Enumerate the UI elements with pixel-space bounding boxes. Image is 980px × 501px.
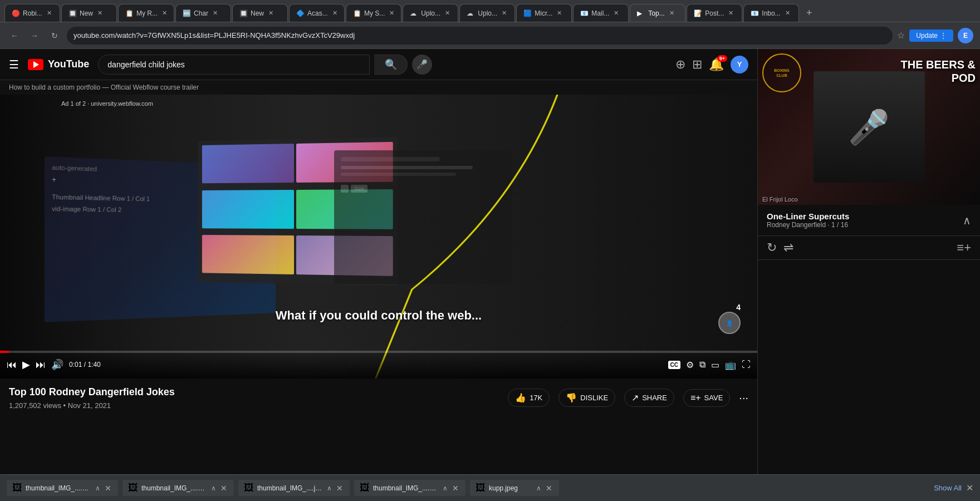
forward-button[interactable]: → — [27, 28, 42, 43]
tab-post[interactable]: 📝 Post... ✕ — [687, 4, 742, 22]
download-filename: thumbnail_IMG_....jpeg — [257, 484, 324, 492]
tab-close[interactable]: ✕ — [213, 9, 218, 17]
tab-close[interactable]: ✕ — [445, 9, 450, 17]
tab-label: Uplo... — [478, 9, 497, 17]
progress-bar[interactable] — [0, 351, 757, 353]
play-button[interactable]: ▶ — [22, 358, 30, 371]
theater-button[interactable]: ▭ — [711, 360, 719, 370]
tab-label: Post... — [705, 9, 724, 17]
tab-close[interactable]: ✕ — [785, 9, 790, 17]
notifications-button[interactable]: 🔔 9+ — [709, 57, 724, 72]
download-chevron-icon[interactable]: ∧ — [211, 484, 216, 492]
tab-mys[interactable]: 📋 My S... ✕ — [346, 4, 401, 22]
tab-label: My S... — [364, 9, 385, 17]
video-container[interactable]: auto-generated + Thumbnail Headline Row … — [0, 95, 757, 379]
miniplayer-button[interactable]: ⧉ — [699, 360, 705, 370]
playlist-add-button[interactable]: ≡+ — [957, 240, 971, 255]
settings-button[interactable]: ⚙ — [686, 360, 694, 370]
download-item-3[interactable]: 🖼 thumbnail_IMG_....jpeg ∧ ✕ — [238, 480, 350, 496]
download-chevron-icon[interactable]: ∧ — [95, 484, 100, 492]
download-close-button[interactable]: ✕ — [335, 483, 344, 494]
more-options-button[interactable]: ··· — [739, 391, 748, 404]
address-actions: ☆ Update ⋮ E — [897, 28, 973, 43]
share-button[interactable]: ↗ SHARE — [624, 389, 674, 407]
profile-icon[interactable]: E — [958, 28, 973, 43]
tab-close[interactable]: ✕ — [557, 9, 562, 17]
tab-uplo2[interactable]: ☁ Uplo... ✕ — [459, 4, 515, 22]
tab-uplo1[interactable]: ☁ Uplo... ✕ — [403, 4, 458, 22]
tab-close[interactable]: ✕ — [389, 9, 394, 17]
url-bar[interactable]: youtube.com/watch?v=7GfWXN5Lp1s&list=PLJ… — [67, 27, 893, 45]
tab-robi[interactable]: 🔴 Robi... ✕ — [4, 4, 60, 22]
tab-close[interactable]: ✕ — [669, 9, 674, 17]
tab-close[interactable]: ✕ — [97, 9, 102, 17]
downloads-bar: 🖼 thumbnail_IMG_....png ∧ ✕ 🖼 thumbnail_… — [0, 474, 980, 501]
tab-favicon: ▶ — [637, 9, 645, 17]
new-tab-button[interactable]: + — [800, 4, 818, 22]
youtube-logo-icon — [28, 59, 43, 70]
back-button[interactable]: ← — [7, 28, 22, 43]
next-button[interactable]: ⏭ — [36, 359, 46, 371]
show-name-line2: POD — [901, 71, 976, 85]
tab-favicon: 📋 — [353, 9, 361, 17]
cc-button[interactable]: CC — [668, 361, 680, 369]
tab-close[interactable]: ✕ — [268, 9, 273, 17]
playlist-controls: ↻ ⇌ ≡+ — [758, 236, 980, 260]
download-close-button[interactable]: ✕ — [545, 483, 553, 494]
search-input[interactable] — [98, 55, 370, 75]
playlist-loop-button[interactable]: ↻ — [767, 240, 777, 255]
mute-button[interactable]: 🔊 — [51, 358, 63, 371]
tab-close[interactable]: ✕ — [728, 9, 733, 17]
playlist-panel: BOXINGCLUB 🎤 THE BEERS & POD El Frijol L… — [757, 49, 980, 501]
user-avatar[interactable]: Y — [731, 56, 748, 73]
tab-micr[interactable]: 🟦 Micr... ✕ — [516, 4, 572, 22]
download-chevron-icon[interactable]: ∧ — [327, 484, 332, 492]
download-chevron-icon[interactable]: ∧ — [536, 484, 541, 492]
previous-button[interactable]: ⏮ — [7, 359, 17, 371]
reload-button[interactable]: ↻ — [47, 28, 62, 43]
download-close-button[interactable]: ✕ — [451, 483, 460, 494]
youtube-logo[interactable]: YouTube — [28, 58, 89, 70]
create-button[interactable]: ⊕ — [675, 57, 685, 72]
download-item-4[interactable]: 🖼 thumbnail_IMG_....png ∧ ✕ — [354, 480, 465, 496]
tab-close[interactable]: ✕ — [502, 9, 507, 17]
tab-new2[interactable]: 🔲 New ✕ — [232, 4, 288, 22]
voice-search-button[interactable]: 🎤 — [412, 55, 432, 75]
download-item-5[interactable]: 🖼 kupp.jpeg ∧ ✕ — [470, 480, 559, 496]
update-button[interactable]: Update ⋮ — [909, 30, 953, 42]
tab-myr[interactable]: 📋 My R... ✕ — [118, 4, 174, 22]
like-button[interactable]: 👍 17K — [508, 389, 550, 407]
tab-top-active[interactable]: ▶ Top... ✕ — [630, 4, 685, 22]
collapse-button[interactable]: ∧ — [963, 214, 971, 227]
tab-char[interactable]: 🔤 Char ✕ — [175, 4, 231, 22]
download-close-button[interactable]: ✕ — [104, 483, 112, 494]
bookmark-icon[interactable]: ☆ — [897, 30, 905, 41]
menu-icon[interactable]: ☰ — [9, 58, 19, 71]
apps-button[interactable]: ⊞ — [692, 57, 702, 72]
tab-close[interactable]: ✕ — [47, 9, 52, 17]
search-button[interactable]: 🔍 — [374, 55, 408, 75]
tab-label: Micr... — [535, 9, 552, 17]
playlist-shuffle-button[interactable]: ⇌ — [783, 240, 793, 255]
tab-label: New — [251, 9, 264, 17]
tab-acas[interactable]: 🔷 Acas... ✕ — [289, 4, 345, 22]
tab-close[interactable]: ✕ — [332, 9, 337, 17]
tab-close[interactable]: ✕ — [162, 9, 167, 17]
tab-mail[interactable]: 📧 Mail... ✕ — [573, 4, 629, 22]
cast-button[interactable]: 📺 — [725, 360, 736, 370]
dislike-button[interactable]: 👎 DISLIKE — [558, 389, 615, 407]
save-button[interactable]: ≡+ SAVE — [683, 389, 730, 407]
fullscreen-button[interactable]: ⛶ — [742, 360, 751, 370]
download-close-button[interactable]: ✕ — [219, 483, 228, 494]
tab-close[interactable]: ✕ — [614, 9, 619, 17]
download-chevron-icon[interactable]: ∧ — [443, 484, 448, 492]
tab-label: Mail... — [591, 9, 609, 17]
tab-new1[interactable]: 🔲 New ✕ — [61, 4, 117, 22]
show-all-downloads-button[interactable]: Show All — [934, 484, 962, 492]
overlay-text: THE BEERS & POD — [901, 58, 976, 85]
downloads-bar-close-button[interactable]: ✕ — [966, 483, 973, 493]
tab-favicon: 🔴 — [12, 9, 19, 17]
download-item-2[interactable]: 🖼 thumbnail_IMG_....png ∧ ✕ — [122, 480, 234, 496]
download-item-1[interactable]: 🖼 thumbnail_IMG_....png ∧ ✕ — [7, 480, 118, 496]
tab-inbox[interactable]: 📧 Inbo... ✕ — [743, 4, 799, 22]
